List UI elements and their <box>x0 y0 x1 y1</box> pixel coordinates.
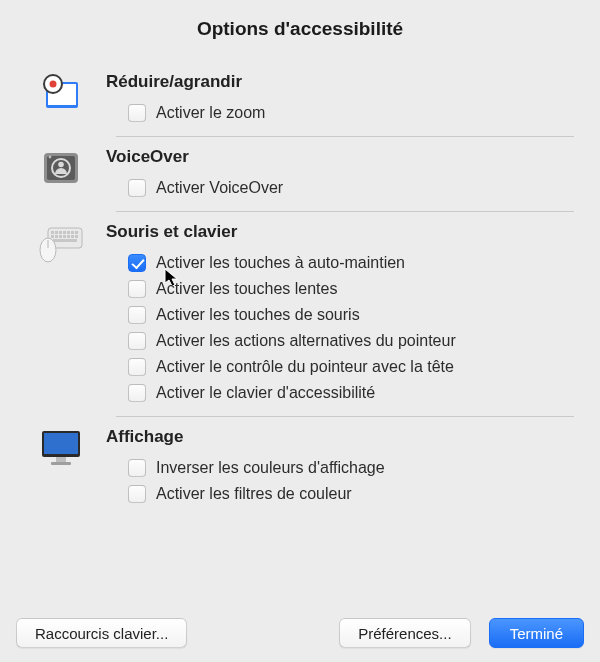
section-voiceover-title: VoiceOver <box>106 147 572 167</box>
option-enable-voiceover[interactable]: Activer VoiceOver <box>128 175 572 201</box>
voiceover-icon <box>16 145 106 189</box>
keyboard-shortcuts-button[interactable]: Raccourcis clavier... <box>16 618 187 648</box>
svg-point-3 <box>50 81 57 88</box>
checkbox-mouse-keys[interactable] <box>128 306 146 324</box>
option-accessibility-keyboard[interactable]: Activer le clavier d'accessibilité <box>128 380 572 406</box>
svg-rect-19 <box>59 235 62 238</box>
done-button[interactable]: Terminé <box>489 618 584 648</box>
zoom-icon <box>16 70 106 114</box>
checkbox-sticky-keys[interactable] <box>128 254 146 272</box>
svg-rect-10 <box>51 231 54 234</box>
option-label: Activer le zoom <box>156 104 265 122</box>
checkbox-slow-keys[interactable] <box>128 280 146 298</box>
option-mouse-keys[interactable]: Activer les touches de souris <box>128 302 572 328</box>
svg-rect-29 <box>56 457 66 462</box>
mouse-keyboard-icon <box>16 220 106 264</box>
checkbox-accessibility-keyboard[interactable] <box>128 384 146 402</box>
option-sticky-keys[interactable]: Activer les touches à auto-maintien <box>128 250 572 276</box>
footer: Raccourcis clavier... Préférences... Ter… <box>0 618 600 648</box>
option-label: Activer le clavier d'accessibilité <box>156 384 375 402</box>
section-zoom-title: Réduire/agrandir <box>106 72 572 92</box>
svg-rect-22 <box>71 235 74 238</box>
option-label: Activer le contrôle du pointeur avec la … <box>156 358 454 376</box>
option-label: Activer VoiceOver <box>156 179 283 197</box>
section-mouse-keyboard: Souris et clavier Activer les touches à … <box>12 212 588 416</box>
option-label: Activer les touches de souris <box>156 306 360 324</box>
svg-rect-18 <box>55 235 58 238</box>
option-label: Activer les touches lentes <box>156 280 337 298</box>
section-mouse-keyboard-title: Souris et clavier <box>106 222 572 242</box>
checkbox-pointer-alternative-actions[interactable] <box>128 332 146 350</box>
svg-rect-16 <box>75 231 78 234</box>
svg-rect-14 <box>67 231 70 234</box>
preferences-button[interactable]: Préférences... <box>339 618 470 648</box>
svg-rect-17 <box>51 235 54 238</box>
svg-rect-20 <box>63 235 66 238</box>
section-display-title: Affichage <box>106 427 572 447</box>
checkbox-enable-voiceover[interactable] <box>128 179 146 197</box>
section-zoom: Réduire/agrandir Activer le zoom <box>12 62 588 136</box>
checkbox-head-pointer-control[interactable] <box>128 358 146 376</box>
option-pointer-alternative-actions[interactable]: Activer les actions alternatives du poin… <box>128 328 572 354</box>
checkbox-color-filters[interactable] <box>128 485 146 503</box>
svg-rect-21 <box>67 235 70 238</box>
option-head-pointer-control[interactable]: Activer le contrôle du pointeur avec la … <box>128 354 572 380</box>
option-label: Activer les filtres de couleur <box>156 485 352 503</box>
svg-point-7 <box>58 162 64 168</box>
checkbox-invert-colors[interactable] <box>128 459 146 477</box>
section-display: Affichage Inverser les couleurs d'affich… <box>12 417 588 517</box>
option-enable-zoom[interactable]: Activer le zoom <box>128 100 572 126</box>
svg-rect-30 <box>51 462 71 465</box>
option-invert-colors[interactable]: Inverser les couleurs d'affichage <box>128 455 572 481</box>
svg-rect-23 <box>75 235 78 238</box>
svg-rect-28 <box>44 433 78 454</box>
display-icon <box>16 425 106 467</box>
option-label: Activer les actions alternatives du poin… <box>156 332 456 350</box>
svg-rect-12 <box>59 231 62 234</box>
option-color-filters[interactable]: Activer les filtres de couleur <box>128 481 572 507</box>
svg-rect-24 <box>53 239 77 242</box>
section-voiceover: VoiceOver Activer VoiceOver <box>12 137 588 211</box>
svg-rect-13 <box>63 231 66 234</box>
svg-point-8 <box>49 156 52 159</box>
svg-rect-15 <box>71 231 74 234</box>
option-label: Inverser les couleurs d'affichage <box>156 459 385 477</box>
svg-rect-11 <box>55 231 58 234</box>
option-label: Activer les touches à auto-maintien <box>156 254 405 272</box>
checkbox-enable-zoom[interactable] <box>128 104 146 122</box>
window-title: Options d'accessibilité <box>12 18 588 40</box>
option-slow-keys[interactable]: Activer les touches lentes <box>128 276 572 302</box>
accessibility-options-window: Options d'accessibilité Réduire/agrandir… <box>0 0 600 662</box>
